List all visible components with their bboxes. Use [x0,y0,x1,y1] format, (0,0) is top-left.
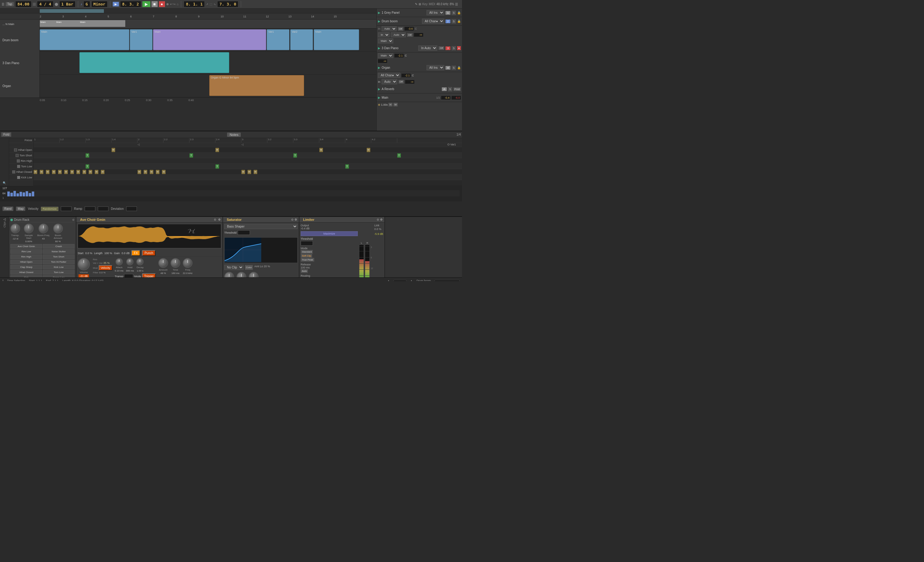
transp-knob[interactable] [10,223,20,233]
note-hc18[interactable]: H [242,170,245,174]
clip-organ[interactable]: Organ G Minor 84 bpm [209,75,304,96]
deviation-value[interactable]: 0 [126,207,137,211]
threshold-input[interactable]: -50 dB [238,230,250,235]
pad-hihat-closed[interactable]: Hihat Closed [10,270,42,274]
drum-auto2-select[interactable]: Auto [391,32,406,37]
organ-input-select[interactable]: All Ins [426,65,444,70]
grid-row-tom-short[interactable]: T T T T [34,153,462,158]
track-content-piano[interactable] [40,52,376,74]
freq-knob[interactable] [183,258,192,268]
tap-button[interactable]: Tap [6,2,14,6]
track1-input-select[interactable]: All Ins [426,10,444,15]
velocity-value[interactable]: 100 [61,207,72,211]
bar-select[interactable]: 1 Bar [59,1,75,7]
drum-auto-select[interactable]: Auto [382,26,397,31]
drum-key-tom-low[interactable]: Tom Low [9,164,33,169]
sat-dry-wet-knob[interactable] [249,272,258,277]
range-end[interactable]: 127 [98,207,108,211]
note-hc9[interactable]: H [82,170,86,174]
drum-grid[interactable]: 1 1.2 1.3 1.4 2 2.2 2.3 2.4 3 3.2 3.3 3.… [34,138,462,186]
drum-key-hihat-closed[interactable]: Hihat Closed [9,169,33,175]
note-t4[interactable]: T [397,153,401,157]
overview-bar[interactable] [0,9,376,13]
pad-tom-low[interactable]: Tom Low [43,270,75,274]
standard-btn[interactable]: Standard [301,250,313,254]
sampler-volume-knob[interactable] [78,258,90,270]
stop-button[interactable]: ■ [152,1,158,7]
fold-button[interactable]: Fold [1,132,11,137]
w-btn[interactable]: W [393,103,398,106]
grid-row-tom-low[interactable]: T T T [34,164,462,169]
drum-key-kick-low[interactable]: Kick Low [9,175,33,180]
clip-piano[interactable] [80,52,229,73]
note-h4[interactable]: H [367,148,370,152]
drum-off2-btn[interactable]: Off [407,33,413,37]
grid-row-kick-low[interactable] [34,175,462,180]
pad-crash[interactable]: Crash [43,244,75,249]
piano-s-btn[interactable]: S [452,46,456,50]
note-hc13[interactable]: H [138,170,141,174]
note-hc1[interactable]: H [34,170,37,174]
note-t1[interactable]: T [86,153,89,157]
note-hc11[interactable]: H [95,170,98,174]
pad-tom-hi[interactable]: Tom Hi Flutter [43,259,75,264]
clip-var1-2[interactable]: Var1 [267,29,290,50]
note-tl2[interactable]: T [215,164,219,169]
grid-row-rim-high[interactable] [34,158,462,164]
rand-button[interactable]: Rand [3,207,14,211]
true-peak-btn[interactable]: True Peak [301,258,314,262]
note-hc8[interactable]: H [76,170,80,174]
map-button[interactable]: Map [16,207,26,211]
drum-s-btn[interactable]: S [452,19,456,24]
reverb-s-btn[interactable]: S [448,87,452,91]
attack-knob[interactable] [116,258,123,265]
sample-start-knob[interactable] [24,223,34,233]
note-hc20[interactable]: H [254,170,257,174]
velocity-mod-button[interactable]: Velocity [99,265,112,271]
note-hc19[interactable]: H [248,170,251,174]
pad-noise-stutter[interactable]: Noise Stutter [43,249,75,254]
pad-kick[interactable]: Kick [10,275,42,277]
drum-input-select[interactable]: All Chan♦ [422,19,444,24]
amount-knob[interactable] [158,258,168,268]
track-content-drum[interactable]: Main Var1 Main Var1 Var2 Main [40,29,376,51]
pad-tom-short[interactable]: Tom Short [43,255,75,259]
drum-off-btn[interactable]: Off [398,27,404,31]
hold-knob[interactable] [126,258,134,265]
drum-key-rim-high[interactable]: Rim High [9,158,33,164]
pad-hihat-open[interactable]: Hihat Open [10,259,42,264]
note-tl1[interactable]: T [86,164,89,169]
track1-s-btn[interactable]: S [452,11,456,15]
time-knob2[interactable] [171,258,180,268]
note-t2[interactable]: T [189,153,193,157]
boom-freq-knob[interactable] [39,223,48,233]
note-hc17[interactable]: H [162,170,166,174]
clip-var1[interactable]: Var1 [130,29,153,50]
note-t3[interactable]: T [293,153,297,157]
note-hc7[interactable]: H [70,170,74,174]
pad-clap-sharp[interactable]: Clap Sharp [10,265,42,270]
pad-rim-high[interactable]: Rim High [10,255,42,259]
track-content-grey[interactable]: Main Main Main [40,19,376,28]
organ-off-btn[interactable]: Off [399,80,404,84]
pad-ave-choir[interactable]: Ave Choir Gmin [10,244,42,249]
sat-shape-select[interactable]: Bass Shaper [224,224,298,229]
note-hc6[interactable]: H [64,170,68,174]
decay-knob[interactable] [136,258,144,265]
note-hc10[interactable]: H [88,170,92,174]
fx-button[interactable]: FX [131,250,140,256]
organ-in-select[interactable]: All Chan♦ [378,73,400,78]
grid-row-hihat-open[interactable]: H H H H [34,147,462,153]
grid-row-hihat-closed[interactable]: H H H H H H H H H H H H H H H H H H H H [34,169,462,175]
sat-output-knob[interactable] [237,272,246,277]
drum-in-select[interactable]: In [378,32,390,37]
note-hc12[interactable]: H [101,170,105,174]
limiter-soft-clip-btn[interactable]: Soft Clip [301,254,312,258]
transp-input[interactable]: 0 st [124,274,133,277]
note-h2[interactable]: H [215,148,219,152]
clip-main2[interactable]: Main [153,29,266,50]
note-hc4[interactable]: H [52,170,56,174]
drum-key-hihat-open[interactable]: Hihat Open [9,147,33,153]
sat-noclip-select[interactable]: No Clip [224,265,243,270]
drum-key-tom-short[interactable]: Tom Short [9,153,33,158]
